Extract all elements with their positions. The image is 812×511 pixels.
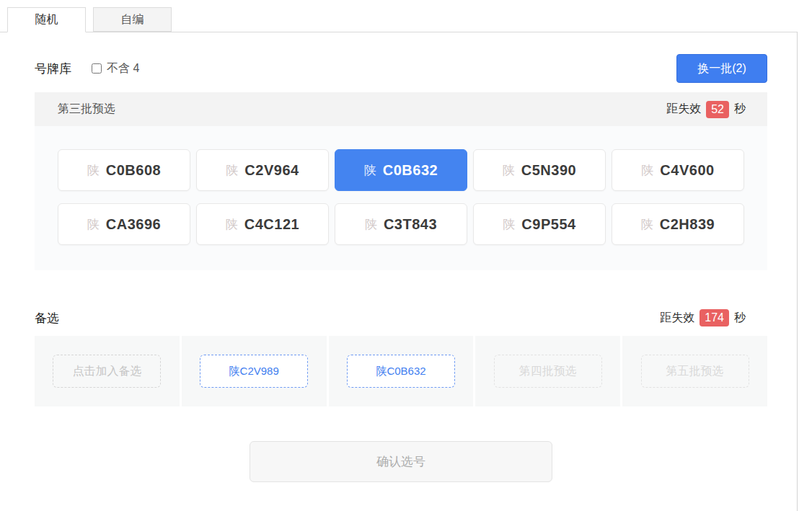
future-batch-slot: 第四批预选 [494,355,602,388]
plate-province: 陕 [641,216,653,233]
panel-content: 号牌库 不含 4 换一批(2) 第三批预选 距失效 52 秒 陕 C0B608 [35,32,767,482]
alternate-cell: 点击加入备选 [35,336,180,406]
batch-header: 第三批预选 距失效 52 秒 [35,92,767,126]
plate-option-selected[interactable]: 陕 C0B632 [335,149,467,191]
plate-option[interactable]: 陕 C4C121 [196,203,329,245]
library-title: 号牌库 [35,61,71,77]
plate-number: C3T843 [384,216,437,233]
panel-right-border [797,32,798,511]
change-batch-button[interactable]: 换一批(2) [676,54,767,83]
batch-title: 第三批预选 [58,102,115,117]
alternate-plate-slot[interactable]: 陕C2V989 [200,355,308,388]
tab-random[interactable]: 随机 [7,7,86,32]
library-toolbar: 号牌库 不含 4 换一批(2) [35,54,767,83]
plate-province: 陕 [365,216,377,233]
exclude-4-checkbox[interactable] [92,63,102,74]
exclude-4-control[interactable]: 不含 4 [92,61,139,76]
plate-province: 陕 [226,162,238,179]
alternates-header: 备选 距失效 174 秒 [35,308,767,328]
plate-number: CA3696 [106,216,161,233]
plate-grid: 陕 C0B608 陕 C2V964 陕 C0B632 陕 C5N390 陕 [58,149,744,245]
batch-body: 陕 C0B608 陕 C2V964 陕 C0B632 陕 C5N390 陕 [35,126,767,270]
batch-expiry-suffix: 秒 [734,102,746,117]
plate-number: C0B608 [106,162,161,179]
alternates-expiry-countdown-badge: 174 [700,309,729,326]
plate-selection-page: 随机 自编 号牌库 不含 4 换一批(2) 第三批预选 距失效 52 秒 陕 [0,0,812,511]
tab-custom[interactable]: 自编 [93,7,172,32]
alternate-cell: 第五批预选 [622,336,767,406]
plate-option[interactable]: 陕 C0B608 [58,149,190,191]
plate-option[interactable]: 陕 C4V600 [612,149,744,191]
exclude-4-label: 不含 4 [107,61,139,76]
alternates-expiry-suffix: 秒 [734,311,746,326]
plate-option[interactable]: 陕 C9P554 [473,203,606,245]
alternate-cell: 陕C0B632 [329,336,474,406]
plate-province: 陕 [87,162,100,179]
plate-option[interactable]: 陕 C3T843 [335,203,467,245]
plate-option[interactable]: 陕 CA3696 [58,203,190,245]
alternate-plate-slot[interactable]: 陕C0B632 [347,355,455,388]
alternate-cell: 第四批预选 [475,336,620,406]
alternates-expiry-prefix: 距失效 [660,311,694,326]
plate-province: 陕 [364,162,376,179]
plate-province: 陕 [87,216,100,233]
alternates-expiry: 距失效 174 秒 [660,309,746,326]
alternates-grid: 点击加入备选 陕C2V989 陕C0B632 第四批预选 第五批预选 [35,336,767,406]
add-alternate-slot[interactable]: 点击加入备选 [53,355,161,388]
plate-province: 陕 [503,162,515,179]
alternate-cell: 陕C2V989 [182,336,327,406]
plate-option[interactable]: 陕 C5N390 [473,149,606,191]
plate-province: 陕 [503,216,515,233]
future-batch-slot: 第五批预选 [641,355,749,388]
plate-province: 陕 [226,216,238,233]
alternates-title: 备选 [35,310,59,326]
plate-option[interactable]: 陕 C2H839 [612,203,744,245]
plate-number: C2V964 [244,162,299,179]
plate-number: C2H839 [660,216,715,233]
batch-expiry-prefix: 距失效 [666,102,701,117]
batch-expiry: 距失效 52 秒 [666,101,746,118]
plate-province: 陕 [641,162,653,179]
confirm-selection-button[interactable]: 确认选号 [250,441,552,482]
batch-expiry-countdown-badge: 52 [706,101,729,118]
plate-number: C5N390 [521,162,576,179]
plate-number: C0B632 [383,162,438,179]
plate-number: C9P554 [521,216,575,233]
plate-number: C4V600 [660,162,714,179]
plate-option[interactable]: 陕 C2V964 [196,149,329,191]
plate-number: C4C121 [244,216,299,233]
tab-bar: 随机 自编 [7,7,172,32]
